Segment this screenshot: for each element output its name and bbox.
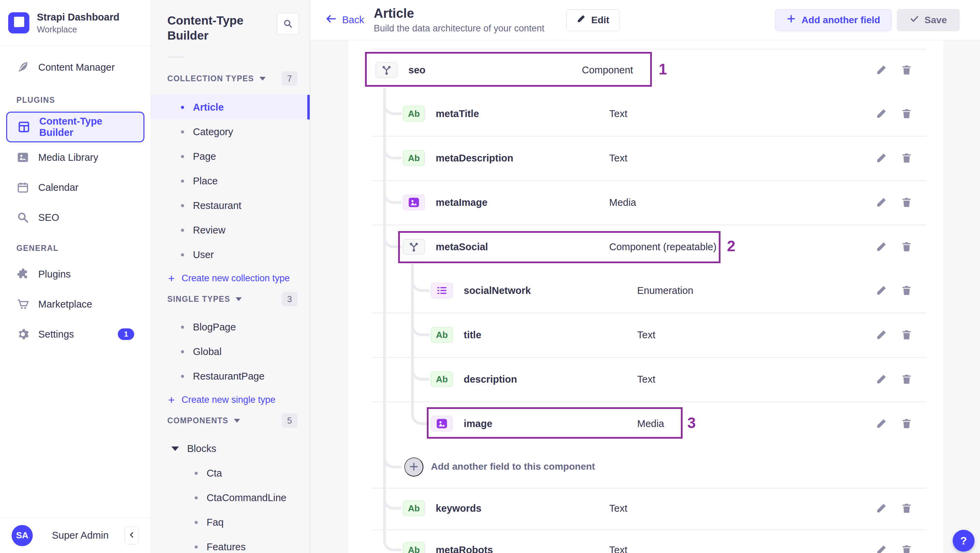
field-name: image: [464, 418, 637, 429]
create-single-type-link[interactable]: +Create new single type: [151, 388, 310, 411]
edit-field-button[interactable]: [875, 64, 887, 76]
subnav-item-features[interactable]: Features: [151, 535, 310, 553]
search-icon: [16, 211, 29, 224]
field-row-metadescription: Ab metaDescription Text: [348, 136, 943, 180]
field-name: metaTitle: [436, 108, 609, 119]
subnav-item-label: CtaCommandLine: [207, 492, 286, 504]
sidebar-item-plugins[interactable]: Plugins: [6, 259, 145, 289]
delete-field-button[interactable]: [901, 241, 912, 253]
bullet-icon: [195, 472, 198, 475]
edit-field-button[interactable]: [875, 373, 887, 385]
field-row-image: image Media: [348, 401, 943, 446]
subnav-item-place[interactable]: Place: [151, 168, 310, 193]
field-row-socialnetwork: socialNetwork Enumeration: [348, 268, 943, 313]
save-button[interactable]: Save: [897, 9, 959, 31]
delete-field-button[interactable]: [901, 502, 912, 514]
help-button[interactable]: ?: [953, 530, 975, 551]
field-name: metaImage: [436, 197, 609, 208]
avatar: SA: [12, 525, 33, 546]
subnav-item-blogpage[interactable]: BlogPage: [151, 315, 310, 339]
delete-field-button[interactable]: [901, 197, 912, 208]
create-collection-type-link[interactable]: +Create new collection type: [151, 267, 310, 289]
bullet-icon: [181, 326, 184, 329]
edit-label: Edit: [591, 15, 609, 25]
delete-field-button[interactable]: [901, 285, 912, 296]
field-type: Text: [637, 329, 655, 341]
edit-field-button[interactable]: [875, 241, 887, 253]
sidebar-item-calendar[interactable]: Calendar: [6, 172, 145, 202]
components-section[interactable]: COMPONENTS 5: [151, 413, 310, 428]
single-types-section[interactable]: SINGLE TYPES 3: [151, 291, 310, 307]
delete-field-button[interactable]: [901, 544, 912, 553]
field-type: Text: [609, 153, 627, 164]
sidebar-item-content-manager[interactable]: Content Manager: [6, 52, 145, 82]
section-label: SINGLE TYPES: [167, 295, 230, 304]
field-name: seo: [408, 65, 582, 76]
subnav-item-label: Features: [207, 541, 245, 553]
pencil-icon: [577, 14, 585, 25]
subnav-item-review[interactable]: Review: [151, 218, 310, 242]
chevron-down-icon: [259, 77, 266, 81]
subnav-item-page[interactable]: Page: [151, 144, 310, 168]
edit-field-button[interactable]: [875, 502, 887, 514]
subnav-item-global[interactable]: Global: [151, 339, 310, 364]
sidebar-item-settings[interactable]: Settings 1: [6, 319, 145, 349]
edit-field-button[interactable]: [875, 329, 887, 341]
sidebar-item-media-library[interactable]: Media Library: [6, 142, 145, 172]
save-label: Save: [925, 15, 947, 25]
arrow-left-icon: [325, 13, 337, 27]
subnav-item-article[interactable]: Article: [151, 95, 310, 119]
sidebar-item-seo[interactable]: SEO: [6, 202, 145, 232]
back-link[interactable]: Back: [325, 13, 364, 27]
field-type: Text: [637, 374, 655, 385]
plus-icon: [786, 14, 796, 26]
bullet-icon: [195, 496, 198, 499]
field-name: metaDescription: [436, 153, 609, 164]
sidebar-item-label: Media Library: [38, 152, 98, 163]
edit-field-button[interactable]: [875, 285, 887, 296]
sidebar-item-marketplace[interactable]: Marketplace: [6, 289, 145, 319]
edit-field-button[interactable]: [875, 152, 887, 164]
component-group-blocks[interactable]: Blocks: [151, 436, 310, 461]
subnav-item-user[interactable]: User: [151, 242, 310, 267]
sidebar-item-content-type-builder[interactable]: Content-Type Builder: [6, 111, 145, 142]
chevron-down-icon: [172, 447, 179, 451]
delete-field-button[interactable]: [901, 418, 912, 429]
subnav-item-category[interactable]: Category: [151, 119, 310, 144]
annotation-number-2: 2: [727, 238, 735, 255]
delete-field-button[interactable]: [901, 329, 912, 341]
sidebar-item-label: Settings: [38, 329, 74, 340]
collection-types-section[interactable]: COLLECTION TYPES 7: [151, 71, 310, 86]
collapse-sidebar-button[interactable]: [125, 527, 139, 545]
subnav-item-restaurantpage[interactable]: RestaurantPage: [151, 364, 310, 388]
gear-icon: [16, 328, 29, 341]
add-another-field-button[interactable]: Add another field: [775, 9, 891, 31]
subnav-item-faq[interactable]: Faq: [151, 510, 310, 535]
delete-field-button[interactable]: [901, 64, 912, 76]
brand: Strapi Dashboard Workplace: [0, 0, 151, 46]
delete-field-button[interactable]: [901, 108, 912, 119]
delete-field-button[interactable]: [901, 373, 912, 385]
main-sidebar: Strapi Dashboard Workplace Content Manag…: [0, 0, 151, 553]
app-title: Strapi Dashboard: [37, 12, 119, 23]
bullet-icon: [195, 545, 198, 548]
plus-icon: +: [168, 272, 175, 284]
edit-field-button[interactable]: [875, 197, 887, 208]
field-type: Text: [609, 545, 627, 553]
add-component-field-label[interactable]: Add another field to this component: [431, 461, 595, 472]
add-component-field-button[interactable]: [404, 458, 423, 477]
search-button[interactable]: [277, 13, 299, 35]
edit-field-button[interactable]: [875, 544, 887, 553]
delete-field-button[interactable]: [901, 152, 912, 164]
subnav-item-ctacommandline[interactable]: CtaCommandLine: [151, 485, 310, 510]
main-area: Back Article Build the data architecture…: [310, 0, 980, 553]
plus-icon: [409, 461, 419, 473]
subnav-item-cta[interactable]: Cta: [151, 461, 310, 485]
plus-icon: +: [168, 394, 175, 405]
page-header: Back Article Build the data architecture…: [310, 0, 980, 40]
edit-field-button[interactable]: [875, 108, 887, 119]
edit-button[interactable]: Edit: [566, 9, 620, 31]
sidebar-item-label: Marketplace: [38, 299, 92, 310]
edit-field-button[interactable]: [875, 418, 887, 429]
subnav-item-restaurant[interactable]: Restaurant: [151, 193, 310, 218]
